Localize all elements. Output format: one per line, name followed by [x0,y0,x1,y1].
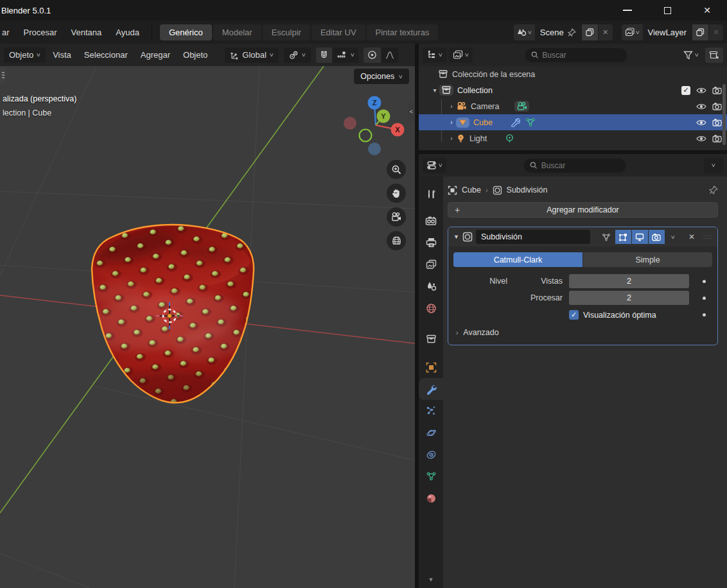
pivot-dropdown[interactable]: ∨ [284,48,311,63]
outliner-filter-button[interactable]: ∨ [679,48,703,63]
tab-view-layer[interactable] [419,254,443,275]
viewport-display-toggle[interactable] [632,230,648,244]
close-button[interactable]: ✕ [687,0,727,21]
tab-physics[interactable] [419,422,443,444]
proportional-falloff-dropdown[interactable] [381,48,398,63]
scene-new-button[interactable] [582,24,598,40]
camera-visibility-icon[interactable] [712,134,722,143]
tab-modifiers[interactable] [419,378,443,400]
menu-seleccionar[interactable]: Seleccionar [78,50,134,60]
modifier-name-field[interactable]: Subdivisión [476,230,590,244]
modifier-wrench-icon[interactable] [511,117,520,127]
viewport-canvas[interactable]: Z Y X alizada (perspectiva) lection | Cu… [0,66,415,588]
properties-search[interactable] [524,159,626,173]
tab-tool[interactable] [419,183,443,205]
camera-view-button[interactable] [387,207,406,227]
menu-window[interactable]: Ventana [64,28,109,37]
expand-icon[interactable]: › [447,119,456,126]
animate-dot[interactable] [703,297,706,300]
tab-object-data[interactable] [419,465,443,487]
viewport-level-field[interactable]: 2 [569,274,689,288]
menu-vista[interactable]: Vista [47,50,77,60]
gizmo-neg-z[interactable] [368,143,381,155]
tab-material[interactable] [419,487,443,509]
tab-object[interactable] [419,356,443,378]
scene-browse-button[interactable]: ∨ [514,24,535,40]
breadcrumb-object[interactable]: Cube [462,186,481,195]
perspective-toggle-button[interactable] [387,231,406,250]
toolbar-edge-fragment[interactable] [0,67,6,84]
minimize-button[interactable] [608,0,647,21]
panel-expand-icon[interactable]: ▼ [453,234,459,240]
camera-visibility-icon[interactable] [712,86,722,94]
row-light[interactable]: › Light [419,130,727,146]
mode-dropdown[interactable]: Objeto ∨ [4,48,46,63]
tab-esculpir[interactable]: Esculpir [263,24,310,40]
navigation-gizmo[interactable]: Z Y X [344,96,405,156]
menu-objeto[interactable]: Objeto [177,50,213,60]
maximize-button[interactable] [647,0,687,21]
outliner-display-mode-button[interactable]: ∨ [449,48,473,63]
tabs-overflow-chevron[interactable]: ▼ [419,576,443,583]
render-level-field[interactable]: 2 [569,291,689,305]
zoom-button[interactable] [387,160,406,179]
collection-checkbox[interactable]: ✓ [681,86,690,95]
tab-editar-uv[interactable]: Editar UV [311,24,365,40]
pin-icon[interactable] [568,28,576,37]
light-data-badge[interactable] [505,134,514,143]
outliner-editor-type-button[interactable]: ∨ [423,48,446,63]
animate-dot[interactable] [703,280,706,283]
row-cube[interactable]: › Cube [419,114,727,130]
add-modifier-button[interactable]: + Agregar modificador [448,202,718,218]
eye-icon[interactable] [696,103,706,110]
row-collection[interactable]: ▾ Collection ✓ [419,82,727,98]
gizmo-neg-y[interactable] [360,130,372,142]
properties-search-input[interactable] [541,161,620,170]
properties-editor-type-button[interactable]: ∨ [423,158,446,173]
viewlayer-new-button[interactable] [692,24,708,40]
advanced-section-toggle[interactable]: › Avanzado [453,328,712,337]
modifier-extras-dropdown[interactable]: ∨ [665,230,681,244]
tab-output[interactable] [419,232,443,254]
orientation-dropdown[interactable]: Global ∨ [225,48,278,63]
viewlayer-remove-button[interactable]: ✕ [709,24,723,40]
options-dropdown[interactable]: Opciones ∨ [354,69,409,84]
eye-icon[interactable] [696,119,706,126]
menu-edit[interactable]: ar [0,28,17,37]
eye-icon[interactable] [696,87,706,94]
edit-mode-display-toggle[interactable] [599,230,615,244]
outliner-search-input[interactable] [542,51,621,60]
modifier-delete-button[interactable]: ✕ [688,232,695,241]
modifier-drag-handle[interactable]: :::: [703,234,712,240]
new-collection-button[interactable] [705,48,723,63]
outliner-search[interactable] [525,48,627,62]
optimal-display-checkbox[interactable]: ✓ [569,310,579,320]
strawberry-object[interactable] [77,211,270,416]
viewlayer-browse-button[interactable]: ∨ [622,24,643,40]
tab-world[interactable] [419,297,443,319]
expand-icon[interactable]: › [447,103,456,110]
tab-scene[interactable] [419,275,443,297]
mesh-data-icon[interactable] [525,117,536,127]
scene-name-field[interactable]: Scene [535,24,581,40]
render-display-toggle[interactable] [649,230,665,244]
breadcrumb-modifier[interactable]: Subdivisión [507,186,548,195]
tab-generico[interactable]: Genérico [160,24,212,40]
tab-modelar[interactable]: Modelar [213,24,261,40]
animate-dot[interactable] [703,313,706,316]
pan-button[interactable] [387,184,406,203]
on-cage-toggle[interactable] [615,230,631,244]
proportional-toggle[interactable] [364,48,381,63]
scene-unlink-button[interactable]: ✕ [599,24,613,40]
sidebar-collapse-tab[interactable]: < [408,102,415,121]
expand-icon[interactable]: › [447,135,456,142]
viewlayer-name-field[interactable]: ViewLayer [643,24,692,40]
simple-option[interactable]: Simple [583,252,712,267]
tab-particles[interactable] [419,400,443,422]
snap-toggle[interactable] [316,48,332,63]
row-camera[interactable]: › Camera [419,98,727,114]
menu-help[interactable]: Ayuda [109,28,146,37]
menu-agregar[interactable]: Agregar [135,50,176,60]
pin-icon[interactable] [709,186,718,195]
catmull-clark-option[interactable]: Catmull-Clark [453,252,582,267]
